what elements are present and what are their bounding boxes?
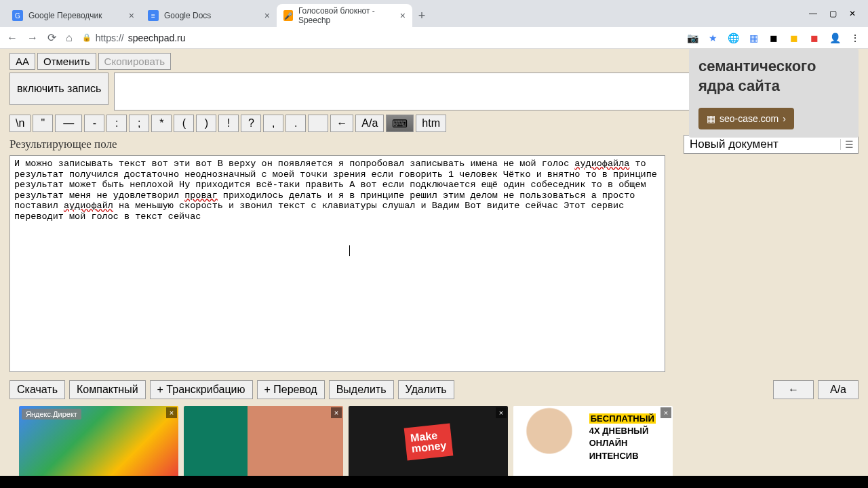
window-controls: — ▢ ✕ [797, 9, 868, 18]
browser-toolbar: ← → ⟳ ⌂ 🔒 https://speechpad.ru 📷 ★ 🌐 ▦ ◼… [0, 27, 868, 49]
aa-button[interactable]: AA [9, 53, 35, 70]
punct-exclaim[interactable]: ! [218, 115, 239, 132]
cancel-button[interactable]: Отменить [37, 53, 96, 70]
ad-cta-icon: ▦ [707, 113, 715, 124]
close-icon[interactable]: × [660, 407, 671, 418]
avatar-icon[interactable]: 👤 [829, 32, 841, 44]
case-toggle-button[interactable]: A/a [355, 115, 384, 132]
ad-block[interactable]: Яндекс.Директ × [19, 406, 178, 476]
ext-icon[interactable]: ◼ [768, 32, 780, 44]
punct-backspace[interactable]: ← [330, 115, 353, 132]
punct-colon[interactable]: : [106, 115, 127, 132]
menu-icon[interactable]: ⋮ [849, 32, 861, 44]
copy-button[interactable]: Скопировать [98, 53, 172, 70]
punct-quote[interactable]: " [33, 115, 53, 132]
forward-button[interactable]: → [27, 32, 38, 44]
ad-title: семантического ядра сайта [698, 57, 849, 96]
sidebar-ad[interactable]: семантического ядра сайта ▦ seo-case.com… [689, 49, 859, 138]
tab-favicon: 🎤 [283, 10, 293, 21]
tab-title: Голосовой блокнот - Speechp [298, 6, 395, 25]
url-scheme: https:// [96, 33, 124, 43]
select-button[interactable]: Выделить [329, 380, 394, 399]
page-content: AA Отменить Скопировать включить запись … [0, 49, 868, 476]
delete-button[interactable]: Удалить [398, 380, 454, 399]
close-button[interactable]: ✕ [849, 9, 856, 18]
extension-icons: 📷 ★ 🌐 ▦ ◼ ◼ ◼ 👤 ⋮ [686, 32, 861, 44]
compact-button[interactable]: Компактный [69, 380, 146, 399]
browser-tab-strip: G Google Переводчик × ≡ Google Docs × 🎤 … [0, 0, 868, 27]
close-icon[interactable]: × [129, 10, 134, 21]
ads-row: Яндекс.Директ × × × Makemoney × БЕСПЛАТН… [9, 406, 859, 476]
punct-dash[interactable]: - [84, 115, 104, 132]
maximize-button[interactable]: ▢ [829, 9, 837, 18]
punct-space[interactable] [308, 115, 328, 132]
punct-lparen[interactable]: ( [174, 115, 194, 132]
translate-ext-icon[interactable]: ▦ [747, 32, 760, 44]
tab-title: Google Переводчик [28, 11, 102, 20]
punct-rparen[interactable]: ) [196, 115, 216, 132]
add-transcription-button[interactable]: + Транскрибацию [150, 380, 253, 399]
camera-icon[interactable]: 📷 [686, 32, 698, 44]
punct-newline[interactable]: \n [9, 115, 31, 132]
result-field-label: Результирующее поле [9, 138, 117, 151]
close-icon[interactable]: × [264, 10, 270, 21]
keyboard-button[interactable]: ⌨ [386, 115, 414, 132]
ad-cta-button[interactable]: ▦ seo-case.com › [698, 108, 794, 129]
back-button[interactable]: ← [7, 32, 18, 44]
lock-icon: 🔒 [82, 33, 92, 42]
htm-button[interactable]: htm [416, 115, 446, 132]
ad-block[interactable]: × [184, 406, 343, 476]
tab-favicon: G [12, 10, 23, 21]
url-domain: speechpad.ru [128, 33, 186, 43]
result-textarea[interactable]: И можно записывать текст вот эти вот В в… [9, 155, 665, 372]
globe-icon[interactable]: 🌐 [727, 32, 739, 44]
ad-block[interactable]: × Makemoney [349, 406, 508, 476]
ext-icon[interactable]: ◼ [808, 32, 821, 44]
ad-block[interactable]: × БЕСПЛАТНЫЙ 4Х ДНЕВНЫЙ ОНЛАЙН ИНТЕНСИВ [513, 406, 673, 476]
chevron-right-icon: › [783, 113, 786, 124]
tab-title: Google Docs [164, 11, 211, 20]
address-bar[interactable]: 🔒 https://speechpad.ru [82, 33, 186, 43]
undo-button[interactable]: ← [773, 380, 814, 399]
punct-comma[interactable]: , [263, 115, 283, 132]
punct-asterisk[interactable]: * [151, 115, 172, 132]
punct-period[interactable]: . [285, 115, 306, 132]
bottom-blackbar [0, 476, 868, 488]
reload-button[interactable]: ⟳ [47, 31, 56, 44]
minimize-button[interactable]: — [809, 9, 817, 18]
punct-semicolon[interactable]: ; [129, 115, 149, 132]
tab-speechpad[interactable]: 🎤 Голосовой блокнот - Speechp × [277, 4, 412, 27]
close-icon[interactable]: × [166, 407, 177, 418]
punct-question[interactable]: ? [241, 115, 261, 132]
tab-favicon: ≡ [148, 10, 159, 21]
star-icon[interactable]: ★ [707, 32, 719, 44]
text-cursor [349, 245, 350, 256]
record-button[interactable]: включить запись [9, 73, 108, 105]
ext-icon[interactable]: ◼ [788, 32, 800, 44]
ad-label: Яндекс.Директ [22, 409, 81, 420]
new-tab-button[interactable]: + [412, 4, 431, 27]
document-list-icon[interactable]: ☰ [840, 139, 858, 150]
tab-translate[interactable]: G Google Переводчик × [5, 4, 141, 27]
tab-docs[interactable]: ≡ Google Docs × [141, 4, 277, 27]
case-button[interactable]: A/a [818, 380, 859, 399]
close-icon[interactable]: × [331, 407, 342, 418]
add-translation-button[interactable]: + Перевод [257, 380, 325, 399]
punct-emdash[interactable]: — [55, 115, 82, 132]
download-button[interactable]: Скачать [9, 380, 65, 399]
close-icon[interactable]: × [400, 10, 406, 21]
bottom-button-row: Скачать Компактный + Транскрибацию + Пер… [9, 380, 859, 399]
home-button[interactable]: ⌂ [66, 32, 73, 44]
document-name-input[interactable] [684, 136, 840, 153]
close-icon[interactable]: × [496, 407, 507, 418]
